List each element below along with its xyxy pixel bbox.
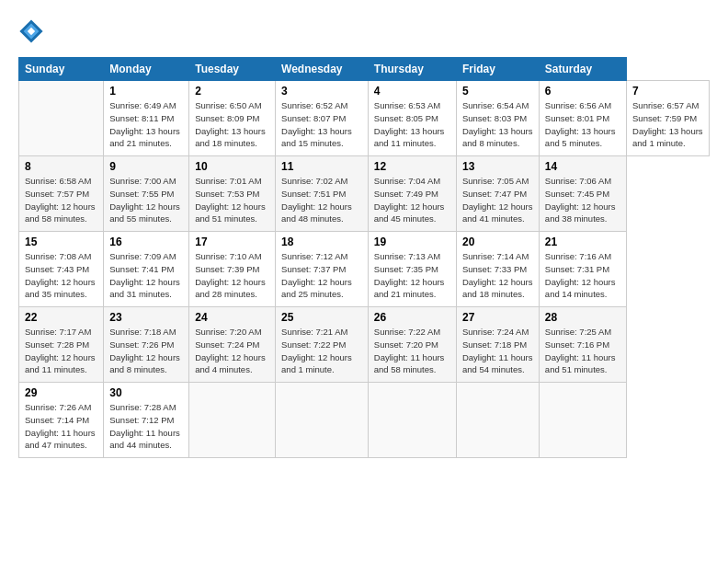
cell-info: Sunrise: 7:06 AMSunset: 7:45 PMDaylight:… xyxy=(545,176,616,224)
day-number: 3 xyxy=(281,85,362,98)
day-number: 18 xyxy=(281,236,362,248)
day-number: 23 xyxy=(109,311,183,324)
day-number: 11 xyxy=(281,160,362,173)
cell-info: Sunrise: 7:14 AMSunset: 7:33 PMDaylight:… xyxy=(462,251,533,299)
calendar-table: SundayMondayTuesdayWednesdayThursdayFrid… xyxy=(18,57,710,458)
day-number: 26 xyxy=(374,311,450,324)
day-number: 30 xyxy=(109,386,183,399)
cal-cell xyxy=(276,383,369,458)
day-number: 15 xyxy=(25,236,97,248)
cell-info: Sunrise: 6:52 AMSunset: 8:07 PMDaylight:… xyxy=(281,100,352,148)
day-number: 28 xyxy=(545,311,620,324)
cell-info: Sunrise: 7:12 AMSunset: 7:37 PMDaylight:… xyxy=(281,251,352,299)
day-number: 19 xyxy=(374,236,450,248)
day-number: 9 xyxy=(109,160,183,173)
day-number: 5 xyxy=(462,85,533,98)
cell-info: Sunrise: 7:22 AMSunset: 7:20 PMDaylight:… xyxy=(374,327,445,374)
logo-icon xyxy=(18,18,44,44)
day-header-friday: Friday xyxy=(456,58,539,81)
cal-cell: 7 Sunrise: 6:57 AMSunset: 7:59 PMDayligh… xyxy=(627,81,710,156)
cal-cell: 28 Sunrise: 7:25 AMSunset: 7:16 PMDaylig… xyxy=(539,307,626,383)
cell-info: Sunrise: 7:20 AMSunset: 7:24 PMDaylight:… xyxy=(195,327,266,374)
cal-cell: 2 Sunrise: 6:50 AMSunset: 8:09 PMDayligh… xyxy=(189,81,276,156)
header-row: SundayMondayTuesdayWednesdayThursdayFrid… xyxy=(19,58,710,81)
day-number: 2 xyxy=(195,85,269,98)
day-header-tuesday: Tuesday xyxy=(189,58,276,81)
week-row-4: 22 Sunrise: 7:17 AMSunset: 7:28 PMDaylig… xyxy=(19,307,710,383)
cal-cell: 9 Sunrise: 7:00 AMSunset: 7:55 PMDayligh… xyxy=(104,156,189,232)
day-header-monday: Monday xyxy=(104,58,189,81)
cell-info: Sunrise: 7:28 AMSunset: 7:12 PMDaylight:… xyxy=(109,402,180,450)
cal-cell: 22 Sunrise: 7:17 AMSunset: 7:28 PMDaylig… xyxy=(19,307,104,383)
cal-cell: 12 Sunrise: 7:04 AMSunset: 7:49 PMDaylig… xyxy=(368,156,456,232)
cell-info: Sunrise: 6:58 AMSunset: 7:57 PMDaylight:… xyxy=(25,176,96,224)
cell-info: Sunrise: 7:21 AMSunset: 7:22 PMDaylight:… xyxy=(281,327,352,374)
cal-cell: 6 Sunrise: 6:56 AMSunset: 8:01 PMDayligh… xyxy=(539,81,626,156)
day-number: 20 xyxy=(462,236,533,248)
day-number: 29 xyxy=(25,386,97,399)
cal-cell: 14 Sunrise: 7:06 AMSunset: 7:45 PMDaylig… xyxy=(539,156,626,232)
day-number: 27 xyxy=(462,311,533,324)
day-number: 16 xyxy=(109,236,183,248)
cal-cell: 11 Sunrise: 7:02 AMSunset: 7:51 PMDaylig… xyxy=(276,156,369,232)
cell-info: Sunrise: 7:05 AMSunset: 7:47 PMDaylight:… xyxy=(462,176,533,224)
cell-info: Sunrise: 7:26 AMSunset: 7:14 PMDaylight:… xyxy=(25,402,96,450)
cal-cell xyxy=(539,383,626,458)
week-row-5: 29 Sunrise: 7:26 AMSunset: 7:14 PMDaylig… xyxy=(19,383,710,458)
cal-cell: 8 Sunrise: 6:58 AMSunset: 7:57 PMDayligh… xyxy=(19,156,104,232)
cal-cell xyxy=(189,383,276,458)
header xyxy=(18,18,710,44)
cell-info: Sunrise: 7:01 AMSunset: 7:53 PMDaylight:… xyxy=(195,176,266,224)
day-number: 22 xyxy=(25,311,97,324)
day-number: 17 xyxy=(195,236,269,248)
cal-cell: 10 Sunrise: 7:01 AMSunset: 7:53 PMDaylig… xyxy=(189,156,276,232)
cell-info: Sunrise: 7:08 AMSunset: 7:43 PMDaylight:… xyxy=(25,251,96,299)
day-number: 4 xyxy=(374,85,450,98)
cal-cell: 30 Sunrise: 7:28 AMSunset: 7:12 PMDaylig… xyxy=(104,383,189,458)
cal-cell: 1 Sunrise: 6:49 AMSunset: 8:11 PMDayligh… xyxy=(104,81,189,156)
day-number: 8 xyxy=(25,160,97,173)
day-number: 21 xyxy=(545,236,620,248)
week-row-2: 8 Sunrise: 6:58 AMSunset: 7:57 PMDayligh… xyxy=(19,156,710,232)
cell-info: Sunrise: 7:25 AMSunset: 7:16 PMDaylight:… xyxy=(545,327,616,374)
day-number: 12 xyxy=(374,160,450,173)
day-number: 25 xyxy=(281,311,362,324)
cal-cell: 18 Sunrise: 7:12 AMSunset: 7:37 PMDaylig… xyxy=(276,232,369,307)
cal-cell: 5 Sunrise: 6:54 AMSunset: 8:03 PMDayligh… xyxy=(456,81,539,156)
day-header-sunday: Sunday xyxy=(19,58,104,81)
day-number: 13 xyxy=(462,160,533,173)
cell-info: Sunrise: 7:16 AMSunset: 7:31 PMDaylight:… xyxy=(545,251,616,299)
cell-info: Sunrise: 6:50 AMSunset: 8:09 PMDaylight:… xyxy=(195,100,266,148)
cal-cell: 16 Sunrise: 7:09 AMSunset: 7:41 PMDaylig… xyxy=(104,232,189,307)
cell-info: Sunrise: 7:09 AMSunset: 7:41 PMDaylight:… xyxy=(109,251,180,299)
week-row-1: 1 Sunrise: 6:49 AMSunset: 8:11 PMDayligh… xyxy=(19,81,710,156)
day-number: 10 xyxy=(195,160,269,173)
cell-info: Sunrise: 7:13 AMSunset: 7:35 PMDaylight:… xyxy=(374,251,445,299)
cal-cell: 26 Sunrise: 7:22 AMSunset: 7:20 PMDaylig… xyxy=(368,307,456,383)
cell-info: Sunrise: 7:00 AMSunset: 7:55 PMDaylight:… xyxy=(109,176,180,224)
cal-cell: 17 Sunrise: 7:10 AMSunset: 7:39 PMDaylig… xyxy=(189,232,276,307)
cell-info: Sunrise: 6:49 AMSunset: 8:11 PMDaylight:… xyxy=(109,100,180,148)
cal-cell: 4 Sunrise: 6:53 AMSunset: 8:05 PMDayligh… xyxy=(368,81,456,156)
cal-cell: 24 Sunrise: 7:20 AMSunset: 7:24 PMDaylig… xyxy=(189,307,276,383)
day-number: 1 xyxy=(109,85,183,98)
day-header-thursday: Thursday xyxy=(368,58,456,81)
day-number: 14 xyxy=(545,160,620,173)
cal-cell: 13 Sunrise: 7:05 AMSunset: 7:47 PMDaylig… xyxy=(456,156,539,232)
cal-cell: 27 Sunrise: 7:24 AMSunset: 7:18 PMDaylig… xyxy=(456,307,539,383)
cal-cell: 20 Sunrise: 7:14 AMSunset: 7:33 PMDaylig… xyxy=(456,232,539,307)
logo xyxy=(18,18,47,44)
week-row-3: 15 Sunrise: 7:08 AMSunset: 7:43 PMDaylig… xyxy=(19,232,710,307)
cell-info: Sunrise: 6:57 AMSunset: 7:59 PMDaylight:… xyxy=(632,100,703,148)
day-number: 24 xyxy=(195,311,269,324)
cal-cell xyxy=(368,383,456,458)
cell-info: Sunrise: 7:02 AMSunset: 7:51 PMDaylight:… xyxy=(281,176,352,224)
cell-info: Sunrise: 6:56 AMSunset: 8:01 PMDaylight:… xyxy=(545,100,616,148)
day-number: 7 xyxy=(632,85,703,98)
cal-cell: 19 Sunrise: 7:13 AMSunset: 7:35 PMDaylig… xyxy=(368,232,456,307)
cell-info: Sunrise: 7:17 AMSunset: 7:28 PMDaylight:… xyxy=(25,327,96,374)
cell-info: Sunrise: 6:53 AMSunset: 8:05 PMDaylight:… xyxy=(374,100,445,148)
cal-cell: 21 Sunrise: 7:16 AMSunset: 7:31 PMDaylig… xyxy=(539,232,626,307)
day-header-wednesday: Wednesday xyxy=(276,58,369,81)
cal-cell: 25 Sunrise: 7:21 AMSunset: 7:22 PMDaylig… xyxy=(276,307,369,383)
